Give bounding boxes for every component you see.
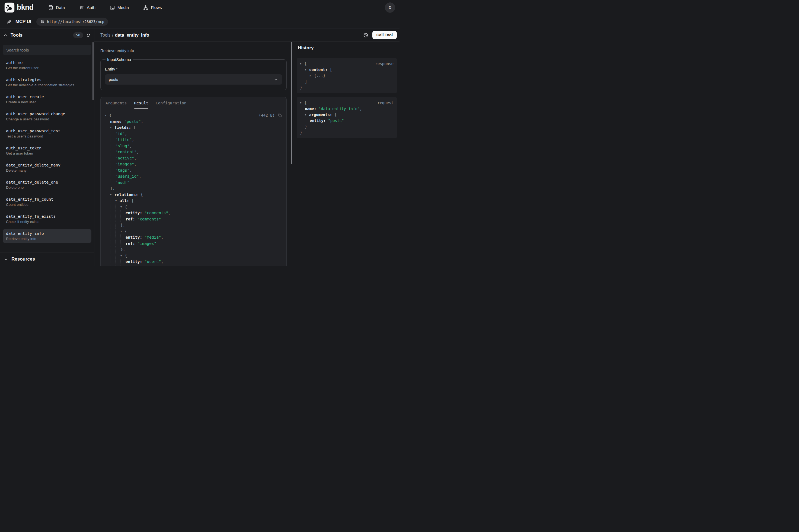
bknd-logo-icon [4, 2, 15, 13]
entity-select-value: posts [109, 77, 118, 82]
code-line: } [300, 84, 394, 91]
indent-guide [120, 265, 126, 266]
indent-guide [110, 161, 115, 167]
collapse-toggle-icon[interactable]: ▼ [120, 253, 125, 259]
nav-item-data[interactable]: Data [48, 5, 65, 10]
chevron-up-icon[interactable] [3, 33, 7, 37]
resources-section[interactable]: Resources [0, 252, 94, 266]
tool-list-item[interactable]: data_entity_infoRetrieve entity info [3, 229, 91, 243]
indent-guide [105, 265, 110, 266]
indent-guide [105, 125, 110, 131]
tool-list-item[interactable]: auth_user_password_changeChange a user's… [3, 110, 91, 124]
nav-item-media[interactable]: Media [110, 5, 129, 10]
collapse-toggle-icon[interactable]: ▼ [105, 112, 109, 118]
tab-result[interactable]: Result [134, 97, 148, 109]
indent-guide [105, 143, 110, 149]
tools-header: Tools 50 [0, 28, 94, 42]
call-tool-button[interactable]: Call Tool [373, 31, 397, 39]
collapse-toggle-icon[interactable]: ▼ [300, 100, 304, 106]
code-line: ▼arguments: { [300, 112, 394, 118]
nav-item-auth[interactable]: Auth [79, 5, 95, 10]
resources-title: Resources [12, 256, 35, 262]
tool-detail-scroll: Retrieve entity info InputSchema Entity*… [94, 42, 294, 266]
input-schema-legend: InputSchema [106, 57, 133, 62]
user-avatar[interactable]: D [385, 2, 395, 13]
tool-list-item[interactable]: auth_meGet the current user [3, 58, 91, 72]
main-scrollbar[interactable] [291, 42, 292, 164]
database-icon [48, 5, 53, 10]
indent-guide [110, 143, 115, 149]
json-punct: { [125, 228, 127, 234]
brand-name: bknd [17, 3, 33, 12]
brand[interactable]: bknd [4, 2, 33, 13]
indent-guide [110, 265, 115, 266]
history-clock-icon[interactable] [363, 32, 368, 38]
breadcrumb-section[interactable]: Tools [100, 33, 110, 37]
indent-guide [120, 234, 126, 241]
tool-name: auth_user_create [6, 95, 88, 99]
json-key: arguments: [309, 112, 335, 118]
refresh-icon[interactable] [86, 33, 91, 38]
json-punct: { [125, 253, 127, 259]
indent-guide [110, 222, 115, 228]
code-line: ], [105, 186, 282, 192]
indent-guide [110, 246, 115, 253]
history-card-request[interactable]: ▼{requestname: "data_entity_info",▼argum… [297, 97, 397, 138]
mcp-url: http://localhost:28623/mcp [47, 20, 104, 24]
tool-list-item[interactable]: data_entity_fn_countCount entities [3, 195, 91, 209]
tool-list-item[interactable]: data_entity_delete_manyDelete many [3, 161, 91, 175]
request-json-viewer: ▼{requestname: "data_entity_info",▼argum… [300, 100, 394, 136]
json-string: "users" [145, 259, 161, 265]
json-punct: }, [120, 222, 125, 228]
collapse-toggle-icon[interactable]: ▼ [120, 204, 125, 210]
indent-guide [115, 204, 120, 210]
tool-list-item[interactable]: auth_user_password_testTest a user's pas… [3, 127, 91, 140]
tool-name: data_entity_fn_exists [6, 214, 88, 218]
expand-toggle-icon[interactable]: ▶ [310, 73, 314, 79]
json-punct: , [129, 167, 132, 173]
collapse-toggle-icon[interactable]: ▼ [110, 192, 114, 198]
json-key: content: [309, 67, 330, 73]
nav-item-flows[interactable]: Flows [143, 5, 161, 10]
entity-select[interactable]: posts [105, 74, 282, 84]
tool-list-item[interactable]: auth_user_createCreate a new user [3, 93, 91, 106]
indent-guide [110, 198, 115, 204]
line-meta: response [375, 61, 394, 67]
code-line: ▼{(442 B) [105, 112, 282, 118]
code-line: ▼content: [ [300, 67, 394, 73]
entity-field-label: Entity* [105, 67, 282, 71]
collapse-toggle-icon[interactable]: ▼ [300, 61, 304, 67]
indent-guide [105, 173, 110, 179]
collapse-toggle-icon[interactable]: ▼ [120, 228, 125, 234]
input-schema-fieldset: InputSchema Entity* posts [100, 57, 287, 90]
search-input[interactable] [3, 45, 91, 55]
collapse-toggle-icon[interactable]: ▼ [305, 112, 309, 118]
mcp-url-pill[interactable]: http://localhost:28623/mcp [36, 18, 108, 26]
json-punct: , [161, 234, 164, 241]
collapse-toggle-icon[interactable]: ▼ [115, 198, 120, 204]
json-key: all: [120, 198, 132, 204]
code-line: ▼fields: [ [105, 125, 282, 131]
tool-list-item[interactable]: auth_strategiesGet the available authent… [3, 75, 91, 89]
collapse-toggle-icon[interactable]: ▼ [305, 67, 309, 73]
tab-configuration[interactable]: Configuration [156, 97, 187, 109]
json-string: "comments" [137, 216, 161, 222]
json-punct: [ [330, 67, 332, 73]
sidebar-scrollbar[interactable] [93, 42, 94, 100]
image-icon [110, 5, 115, 10]
history-card-response[interactable]: ▼{response▼content: [▶{...}]} [297, 58, 397, 93]
indent-guide [110, 179, 115, 186]
json-punct: { [140, 192, 143, 198]
tool-list-item[interactable]: data_entity_delete_oneDelete one [3, 178, 91, 192]
tool-list-item[interactable]: auth_user_tokenGet a user token [3, 144, 91, 157]
indent-guide [120, 259, 126, 265]
line-meta: request [378, 100, 394, 106]
copy-icon[interactable] [278, 113, 282, 118]
indent-guide [305, 73, 310, 79]
tab-arguments[interactable]: Arguments [106, 97, 127, 109]
collapse-toggle-icon[interactable]: ▼ [110, 125, 114, 131]
indent-guide [115, 210, 120, 216]
nav-item-label: Auth [87, 5, 95, 10]
tool-list-item[interactable]: data_entity_fn_existsCheck if entity exi… [3, 212, 91, 226]
indent-guide [110, 210, 115, 216]
